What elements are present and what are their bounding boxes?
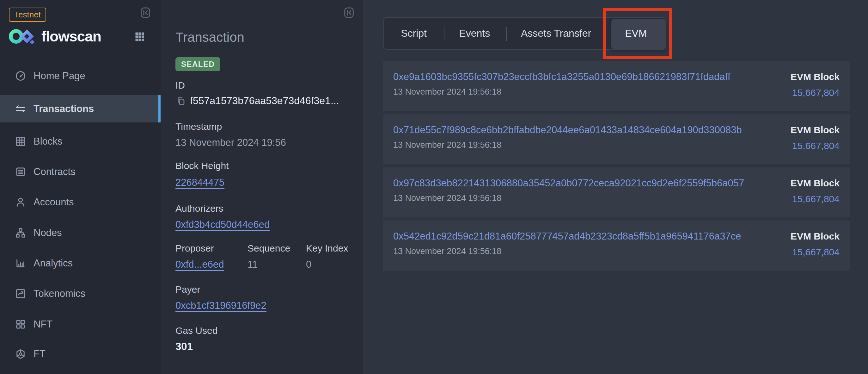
cube-icon	[15, 348, 26, 360]
hierarchy-icon	[15, 227, 26, 238]
sidebar: Testnet flowscan	[0, 0, 161, 374]
proposer-link[interactable]: 0xfd...e6ed	[176, 259, 224, 270]
sidebar-item-label: Contracts	[33, 166, 75, 177]
block-height-link[interactable]: 226844475	[176, 177, 224, 188]
sidebar-item-transactions[interactable]: Transactions	[0, 95, 161, 122]
evm-transaction-row: 0x71de55c7f989c8ce6bb2bffabdbe2044ee6a01…	[383, 114, 850, 164]
copy-icon[interactable]	[176, 95, 186, 106]
sidebar-item-ft[interactable]: FT	[0, 341, 161, 368]
sidebar-item-label: Tokenomics	[33, 288, 85, 299]
sidebar-item-label: FT	[33, 348, 45, 360]
evm-block-label: EVM Block	[790, 231, 840, 242]
transaction-panel: Transaction SEALED ID f557a1573b76aa53e7…	[161, 0, 363, 374]
sidebar-item-label: Blocks	[33, 136, 62, 147]
sidebar-item-blocks[interactable]: Blocks	[0, 128, 161, 155]
sidebar-item-label: Home Page	[33, 70, 85, 82]
bar-chart-icon	[15, 258, 26, 269]
evm-tx-hash-link[interactable]: 0x71de55c7f989c8ce6bb2bffabdbe2044ee6a01…	[393, 124, 742, 136]
sidebar-item-nft[interactable]: NFT	[0, 311, 161, 338]
tab-bar: Script Events Assets Transfer EVM	[383, 17, 666, 50]
evm-tx-timestamp: 13 November 2024 19:56:18	[393, 140, 501, 150]
proposer-label: Proposer	[176, 243, 214, 254]
sidebar-item-accounts[interactable]: Accounts	[0, 189, 161, 216]
transaction-id-value[interactable]: f557a1573b76aa53e73d46f3e1...	[190, 95, 339, 107]
transaction-id-row: f557a1573b76aa53e73d46f3e1...	[176, 95, 339, 107]
evm-block-label: EVM Block	[790, 178, 840, 189]
sidebar-item-home-page[interactable]: Home Page	[0, 62, 161, 90]
evm-block-label: EVM Block	[790, 71, 840, 82]
payer-link[interactable]: 0xcb1cf3196916f9e2	[176, 300, 267, 311]
line-chart-icon	[15, 288, 26, 299]
gas-used-label: Gas Used	[176, 325, 217, 336]
sidebar-item-contracts[interactable]: Contracts	[0, 158, 161, 185]
transfer-arrows-icon	[15, 103, 26, 115]
authorizers-label: Authorizers	[176, 203, 223, 214]
sequence-label: Sequence	[248, 243, 290, 254]
evm-block-number-link[interactable]: 15,667,804	[792, 87, 840, 98]
tab-assets-transfer[interactable]: Assets Transfer	[505, 18, 607, 49]
status-badge: SEALED	[176, 57, 220, 71]
person-icon	[15, 197, 26, 208]
sidebar-nav: Home Page Transactions Blocks Contracts	[0, 0, 161, 374]
evm-transactions-list: 0xe9a1603bc9355fc307b23eccfb3bfc1a3255a0…	[383, 61, 850, 274]
tab-evm[interactable]: EVM	[607, 18, 665, 49]
id-label: ID	[176, 80, 185, 91]
sidebar-item-nodes[interactable]: Nodes	[0, 219, 161, 247]
authorizer-link[interactable]: 0xfd3b4cd50d44e6ed	[176, 219, 270, 230]
panel-collapse-icon[interactable]	[343, 6, 355, 19]
sidebar-item-label: Accounts	[33, 197, 74, 208]
evm-tx-hash-link[interactable]: 0xe9a1603bc9355fc307b23eccfb3bfc1a3255a0…	[393, 71, 731, 83]
table-grid-icon	[15, 136, 26, 147]
key-index-label: Key Index	[306, 243, 348, 254]
evm-block-number-link[interactable]: 15,667,804	[792, 141, 840, 151]
tab-events[interactable]: Events	[443, 18, 505, 49]
sequence-value: 11	[248, 259, 258, 270]
sidebar-item-label: Analytics	[33, 258, 73, 269]
evm-tx-timestamp: 13 November 2024 19:56:18	[393, 87, 501, 97]
tab-script[interactable]: Script	[384, 18, 443, 49]
evm-block-label: EVM Block	[790, 125, 840, 136]
gas-used-value: 301	[176, 341, 193, 352]
key-index-value: 0	[306, 259, 311, 270]
page-title: Transaction	[176, 30, 244, 45]
sidebar-item-label: Nodes	[33, 227, 62, 238]
squares-grid-icon	[15, 319, 26, 330]
evm-transaction-row: 0xe9a1603bc9355fc307b23eccfb3bfc1a3255a0…	[383, 61, 850, 111]
document-list-icon	[15, 166, 26, 177]
timestamp-label: Timestamp	[176, 121, 222, 132]
sidebar-item-label: NFT	[33, 319, 53, 330]
evm-transaction-row: 0x97c83d3eb8221431306880a35452a0b0772cec…	[383, 167, 850, 218]
evm-tx-timestamp: 13 November 2024 19:56:18	[393, 193, 501, 203]
evm-block-number-link[interactable]: 15,667,804	[792, 247, 840, 258]
payer-label: Payer	[176, 284, 200, 295]
sidebar-item-tokenomics[interactable]: Tokenomics	[0, 280, 161, 307]
sidebar-item-label: Transactions	[33, 103, 94, 115]
evm-tx-hash-link[interactable]: 0x542ed1c92d59c21d81a60f258777457ad4b232…	[393, 231, 741, 242]
evm-tx-timestamp: 13 November 2024 19:56:18	[393, 247, 501, 256]
gauge-icon	[15, 70, 26, 82]
evm-transaction-row: 0x542ed1c92d59c21d81a60f258777457ad4b232…	[383, 221, 850, 270]
main-content: Script Events Assets Transfer EVM 0xe9a1…	[363, 0, 868, 374]
block-height-label: Block Height	[176, 161, 228, 171]
timestamp-value: 13 November 2024 19:56	[176, 137, 286, 148]
evm-block-number-link[interactable]: 15,667,804	[792, 194, 840, 204]
evm-tx-hash-link[interactable]: 0x97c83d3eb8221431306880a35452a0b0772cec…	[393, 177, 744, 189]
sidebar-item-analytics[interactable]: Analytics	[0, 250, 161, 277]
